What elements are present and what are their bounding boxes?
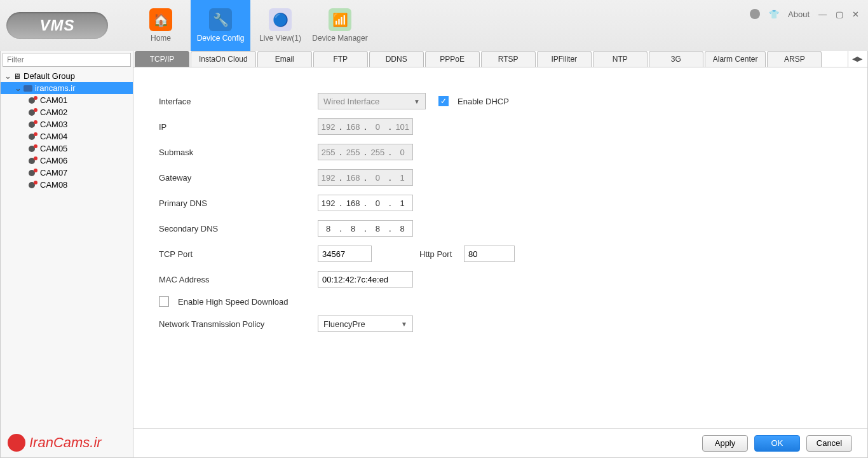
enable-dhcp-checkbox[interactable]: ✓Enable DHCP [438,96,509,106]
primary-dns-input[interactable]: 192.168.0.1 [318,195,413,211]
tabs-scroll[interactable]: ◀▶ [848,51,866,67]
device-tree-panel: ⌄Default Group ⌄irancams.ir CAM01 CAM02 … [0,51,133,458]
interface-select[interactable]: Wired Interface▼ [318,93,426,109]
info-icon[interactable] [750,9,760,19]
device-tree: ⌄Default Group ⌄irancams.ir CAM01 CAM02 … [1,69,133,457]
tab-instaon[interactable]: InstaOn Cloud [191,51,256,67]
apply-button[interactable]: Apply [702,435,748,452]
tree-device[interactable]: ⌄irancams.ir [1,82,133,94]
secondary-dns-label: Secondary DNS [159,224,318,233]
tree-cam[interactable]: CAM05 [1,142,133,155]
ntp-label: Network Transmission Policy [159,319,318,329]
footer-buttons: Apply OK Cancel [133,428,867,457]
config-tabs: TCP/IP InstaOn Cloud Email FTP DDNS PPPo… [133,51,867,67]
chevron-down-icon: ▼ [414,98,420,105]
submask-input[interactable]: 255.255.255.0 [318,144,413,160]
mac-label: MAC Address [159,275,318,284]
tree-cam[interactable]: CAM07 [1,167,133,179]
http-port-input[interactable] [464,246,515,262]
checkbox-icon: ✓ [438,96,449,106]
camera-icon [29,170,37,176]
filter-input[interactable] [3,53,131,67]
ip-label: IP [159,122,318,132]
tab-rtsp[interactable]: RTSP [481,51,536,67]
tcp-port-input[interactable] [318,246,372,262]
tcp-port-label: TCP Port [159,249,318,259]
live-icon [269,8,292,31]
gateway-input[interactable]: 192.168.0.1 [318,169,413,186]
tree-cam[interactable]: CAM08 [1,179,133,191]
ip-input[interactable]: 192.168.0.101 [318,118,413,135]
camera-icon [29,121,37,128]
nav-device-config[interactable]: Device Config [191,0,250,51]
device-manager-icon [329,8,351,31]
gateway-label: Gateway [159,173,318,183]
nav-tabs: Home Device Config Live View(1) Device M… [131,0,370,51]
camera-icon [29,97,37,104]
tab-ipfilter[interactable]: IPFiliter [537,51,592,67]
home-icon [149,8,172,31]
tcpip-form: Interface Wired Interface▼ ✓Enable DHCP … [133,67,867,428]
tab-pppoe[interactable]: PPPoE [425,51,480,67]
tree-cam[interactable]: CAM06 [1,155,133,167]
skin-icon[interactable]: 👕 [769,10,779,19]
tree-cam[interactable]: CAM04 [1,130,133,142]
camera-icon [29,109,37,116]
tab-alarm-center[interactable]: Alarm Center [705,51,766,67]
maximize-button[interactable]: ▢ [836,10,843,19]
ntp-select[interactable]: FluencyPre▼ [318,316,413,332]
interface-label: Interface [159,97,318,106]
cancel-button[interactable]: Cancel [806,435,852,452]
tab-arsp[interactable]: ARSP [767,51,822,67]
tab-ddns[interactable]: DDNS [369,51,424,67]
nav-live-view[interactable]: Live View(1) [250,0,310,51]
about-link[interactable]: About [788,10,810,19]
tree-group[interactable]: ⌄Default Group [1,70,133,82]
hsd-checkbox[interactable]: Enable High Speed Download [159,296,288,307]
checkbox-icon [159,296,169,307]
app-logo: VMS [6,12,108,39]
camera-icon [29,134,37,140]
nav-device-manager[interactable]: Device Manager [310,0,370,51]
primary-dns-label: Primary DNS [159,198,318,208]
secondary-dns-input[interactable]: 8.8.8.8 [318,220,413,237]
close-button[interactable]: ✕ [852,10,859,19]
tab-ntp[interactable]: NTP [593,51,648,67]
tree-cam[interactable]: CAM02 [1,106,133,118]
minimize-button[interactable]: — [818,10,827,19]
tab-3g[interactable]: 3G [649,51,703,67]
submask-label: Submask [159,148,318,157]
ok-button[interactable]: OK [754,435,800,452]
camera-icon [29,182,37,188]
nav-home[interactable]: Home [131,0,191,51]
group-icon [13,71,21,81]
mac-input[interactable] [318,271,413,288]
config-icon [209,8,232,31]
tab-email[interactable]: Email [257,51,312,67]
tree-cam[interactable]: CAM01 [1,94,133,106]
content-panel: TCP/IP InstaOn Cloud Email FTP DDNS PPPo… [133,51,868,458]
camera-icon [29,158,37,164]
tree-cam[interactable]: CAM03 [1,118,133,130]
title-bar: VMS Home Device Config Live View(1) Devi… [0,0,868,51]
window-controls: 👕 About — ▢ ✕ [750,9,859,19]
device-icon [24,85,32,92]
chevron-down-icon: ▼ [401,321,407,328]
tab-tcpip[interactable]: TCP/IP [135,51,189,67]
tab-ftp[interactable]: FTP [313,51,368,67]
http-port-label: Http Port [419,249,464,259]
camera-icon [29,146,37,152]
